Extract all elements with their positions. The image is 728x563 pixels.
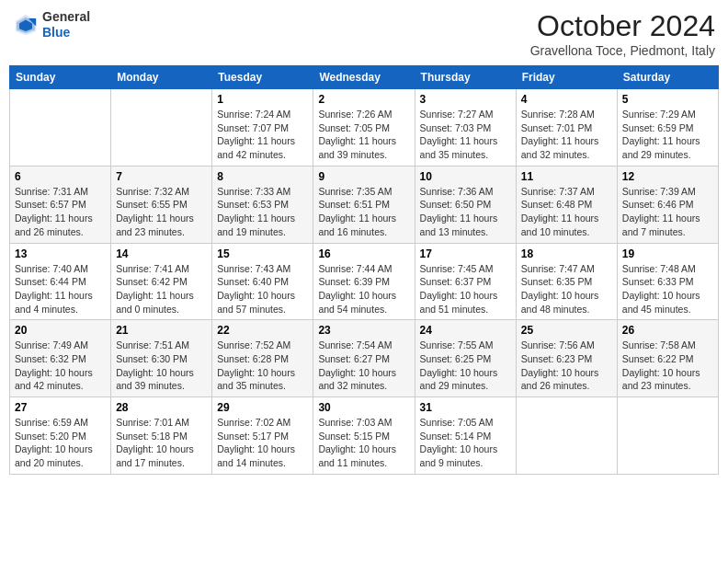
day-number: 7 bbox=[116, 170, 207, 183]
day-cell-w5-d2: 28Sunrise: 7:01 AMSunset: 5:18 PMDayligh… bbox=[111, 397, 212, 475]
title-block: October 2024 Gravellona Toce, Piedmont, … bbox=[530, 9, 715, 58]
day-cell-w2-d6: 11Sunrise: 7:37 AMSunset: 6:48 PMDayligh… bbox=[516, 166, 617, 243]
day-info: Sunrise: 7:54 AMSunset: 6:27 PMDaylight:… bbox=[318, 339, 409, 393]
day-cell-w2-d7: 12Sunrise: 7:39 AMSunset: 6:46 PMDayligh… bbox=[617, 166, 718, 243]
header-friday: Friday bbox=[516, 66, 617, 89]
day-number: 30 bbox=[318, 401, 409, 414]
week-row-3: 13Sunrise: 7:40 AMSunset: 6:44 PMDayligh… bbox=[10, 243, 719, 320]
day-number: 1 bbox=[217, 93, 308, 106]
day-info: Sunrise: 7:55 AMSunset: 6:25 PMDaylight:… bbox=[420, 339, 511, 393]
day-number: 25 bbox=[521, 324, 612, 337]
day-number: 3 bbox=[420, 93, 511, 106]
location: Gravellona Toce, Piedmont, Italy bbox=[530, 43, 715, 58]
day-cell-w1-d4: 2Sunrise: 7:26 AMSunset: 7:05 PMDaylight… bbox=[313, 89, 415, 167]
day-number: 15 bbox=[217, 247, 308, 260]
day-number: 8 bbox=[217, 170, 308, 183]
day-info: Sunrise: 7:03 AMSunset: 5:15 PMDaylight:… bbox=[318, 416, 409, 470]
day-number: 17 bbox=[420, 247, 511, 260]
day-info: Sunrise: 7:29 AMSunset: 6:59 PMDaylight:… bbox=[622, 108, 713, 162]
day-cell-w1-d7: 5Sunrise: 7:29 AMSunset: 6:59 PMDaylight… bbox=[617, 89, 718, 167]
day-info: Sunrise: 7:31 AMSunset: 6:57 PMDaylight:… bbox=[15, 185, 106, 239]
day-number: 6 bbox=[15, 170, 106, 183]
day-info: Sunrise: 7:49 AMSunset: 6:32 PMDaylight:… bbox=[15, 339, 106, 393]
day-number: 29 bbox=[217, 401, 308, 414]
day-number: 28 bbox=[116, 401, 207, 414]
day-cell-w4-d5: 24Sunrise: 7:55 AMSunset: 6:25 PMDayligh… bbox=[415, 320, 516, 397]
day-cell-w5-d5: 31Sunrise: 7:05 AMSunset: 5:14 PMDayligh… bbox=[415, 397, 516, 475]
page-header: General Blue October 2024 Gravellona Toc… bbox=[9, 9, 719, 58]
header-wednesday: Wednesday bbox=[313, 66, 415, 89]
week-row-1: 1Sunrise: 7:24 AMSunset: 7:07 PMDaylight… bbox=[10, 89, 719, 167]
day-number: 2 bbox=[318, 93, 409, 106]
day-cell-w4-d1: 20Sunrise: 7:49 AMSunset: 6:32 PMDayligh… bbox=[10, 320, 111, 397]
day-info: Sunrise: 7:45 AMSunset: 6:37 PMDaylight:… bbox=[420, 262, 511, 316]
day-cell-w4-d3: 22Sunrise: 7:52 AMSunset: 6:28 PMDayligh… bbox=[212, 320, 313, 397]
day-cell-w1-d5: 3Sunrise: 7:27 AMSunset: 7:03 PMDaylight… bbox=[415, 89, 516, 167]
day-cell-w5-d4: 30Sunrise: 7:03 AMSunset: 5:15 PMDayligh… bbox=[313, 397, 415, 475]
day-cell-w5-d6 bbox=[516, 397, 617, 475]
week-row-5: 27Sunrise: 6:59 AMSunset: 5:20 PMDayligh… bbox=[10, 397, 719, 475]
day-number: 9 bbox=[318, 170, 409, 183]
day-cell-w4-d4: 23Sunrise: 7:54 AMSunset: 6:27 PMDayligh… bbox=[313, 320, 415, 397]
day-cell-w4-d2: 21Sunrise: 7:51 AMSunset: 6:30 PMDayligh… bbox=[111, 320, 212, 397]
day-cell-w5-d1: 27Sunrise: 6:59 AMSunset: 5:20 PMDayligh… bbox=[10, 397, 111, 475]
day-cell-w3-d7: 19Sunrise: 7:48 AMSunset: 6:33 PMDayligh… bbox=[617, 243, 718, 320]
calendar-table: Sunday Monday Tuesday Wednesday Thursday… bbox=[9, 65, 719, 475]
day-cell-w5-d3: 29Sunrise: 7:02 AMSunset: 5:17 PMDayligh… bbox=[212, 397, 313, 475]
day-info: Sunrise: 7:32 AMSunset: 6:55 PMDaylight:… bbox=[116, 185, 207, 239]
day-number: 27 bbox=[15, 401, 106, 414]
day-cell-w2-d3: 8Sunrise: 7:33 AMSunset: 6:53 PMDaylight… bbox=[212, 166, 313, 243]
day-number: 24 bbox=[420, 324, 511, 337]
day-cell-w2-d1: 6Sunrise: 7:31 AMSunset: 6:57 PMDaylight… bbox=[10, 166, 111, 243]
day-number: 12 bbox=[622, 170, 713, 183]
logo: General Blue bbox=[13, 9, 90, 40]
day-info: Sunrise: 7:43 AMSunset: 6:40 PMDaylight:… bbox=[217, 262, 308, 316]
day-info: Sunrise: 7:58 AMSunset: 6:22 PMDaylight:… bbox=[622, 339, 713, 393]
day-cell-w1-d3: 1Sunrise: 7:24 AMSunset: 7:07 PMDaylight… bbox=[212, 89, 313, 167]
day-info: Sunrise: 6:59 AMSunset: 5:20 PMDaylight:… bbox=[15, 416, 106, 470]
day-cell-w2-d5: 10Sunrise: 7:36 AMSunset: 6:50 PMDayligh… bbox=[415, 166, 516, 243]
day-number: 23 bbox=[318, 324, 409, 337]
logo-general-text: General bbox=[42, 9, 90, 25]
day-info: Sunrise: 7:48 AMSunset: 6:33 PMDaylight:… bbox=[622, 262, 713, 316]
header-monday: Monday bbox=[111, 66, 212, 89]
header-row: Sunday Monday Tuesday Wednesday Thursday… bbox=[10, 66, 719, 89]
day-number: 5 bbox=[622, 93, 713, 106]
day-number: 11 bbox=[521, 170, 612, 183]
day-number: 20 bbox=[15, 324, 106, 337]
day-info: Sunrise: 7:37 AMSunset: 6:48 PMDaylight:… bbox=[521, 185, 612, 239]
day-number: 10 bbox=[420, 170, 511, 183]
day-number: 19 bbox=[622, 247, 713, 260]
day-cell-w3-d5: 17Sunrise: 7:45 AMSunset: 6:37 PMDayligh… bbox=[415, 243, 516, 320]
header-sunday: Sunday bbox=[10, 66, 111, 89]
day-cell-w1-d6: 4Sunrise: 7:28 AMSunset: 7:01 PMDaylight… bbox=[516, 89, 617, 167]
day-info: Sunrise: 7:28 AMSunset: 7:01 PMDaylight:… bbox=[521, 108, 612, 162]
day-info: Sunrise: 7:24 AMSunset: 7:07 PMDaylight:… bbox=[217, 108, 308, 162]
day-info: Sunrise: 7:47 AMSunset: 6:35 PMDaylight:… bbox=[521, 262, 612, 316]
day-info: Sunrise: 7:01 AMSunset: 5:18 PMDaylight:… bbox=[116, 416, 207, 470]
day-number: 4 bbox=[521, 93, 612, 106]
week-row-2: 6Sunrise: 7:31 AMSunset: 6:57 PMDaylight… bbox=[10, 166, 719, 243]
day-cell-w5-d7 bbox=[617, 397, 718, 475]
day-info: Sunrise: 7:02 AMSunset: 5:17 PMDaylight:… bbox=[217, 416, 308, 470]
day-cell-w3-d1: 13Sunrise: 7:40 AMSunset: 6:44 PMDayligh… bbox=[10, 243, 111, 320]
logo-icon bbox=[13, 12, 39, 38]
header-thursday: Thursday bbox=[415, 66, 516, 89]
day-info: Sunrise: 7:51 AMSunset: 6:30 PMDaylight:… bbox=[116, 339, 207, 393]
day-info: Sunrise: 7:27 AMSunset: 7:03 PMDaylight:… bbox=[420, 108, 511, 162]
day-cell-w3-d6: 18Sunrise: 7:47 AMSunset: 6:35 PMDayligh… bbox=[516, 243, 617, 320]
day-info: Sunrise: 7:35 AMSunset: 6:51 PMDaylight:… bbox=[318, 185, 409, 239]
day-info: Sunrise: 7:52 AMSunset: 6:28 PMDaylight:… bbox=[217, 339, 308, 393]
day-cell-w3-d3: 15Sunrise: 7:43 AMSunset: 6:40 PMDayligh… bbox=[212, 243, 313, 320]
calendar-header: Sunday Monday Tuesday Wednesday Thursday… bbox=[10, 66, 719, 89]
day-info: Sunrise: 7:40 AMSunset: 6:44 PMDaylight:… bbox=[15, 262, 106, 316]
logo-blue-text: Blue bbox=[42, 25, 90, 40]
day-info: Sunrise: 7:26 AMSunset: 7:05 PMDaylight:… bbox=[318, 108, 409, 162]
calendar-body: 1Sunrise: 7:24 AMSunset: 7:07 PMDaylight… bbox=[10, 89, 719, 475]
day-cell-w3-d4: 16Sunrise: 7:44 AMSunset: 6:39 PMDayligh… bbox=[313, 243, 415, 320]
day-number: 16 bbox=[318, 247, 409, 260]
day-info: Sunrise: 7:36 AMSunset: 6:50 PMDaylight:… bbox=[420, 185, 511, 239]
day-cell-w3-d2: 14Sunrise: 7:41 AMSunset: 6:42 PMDayligh… bbox=[111, 243, 212, 320]
day-cell-w4-d7: 26Sunrise: 7:58 AMSunset: 6:22 PMDayligh… bbox=[617, 320, 718, 397]
day-number: 21 bbox=[116, 324, 207, 337]
